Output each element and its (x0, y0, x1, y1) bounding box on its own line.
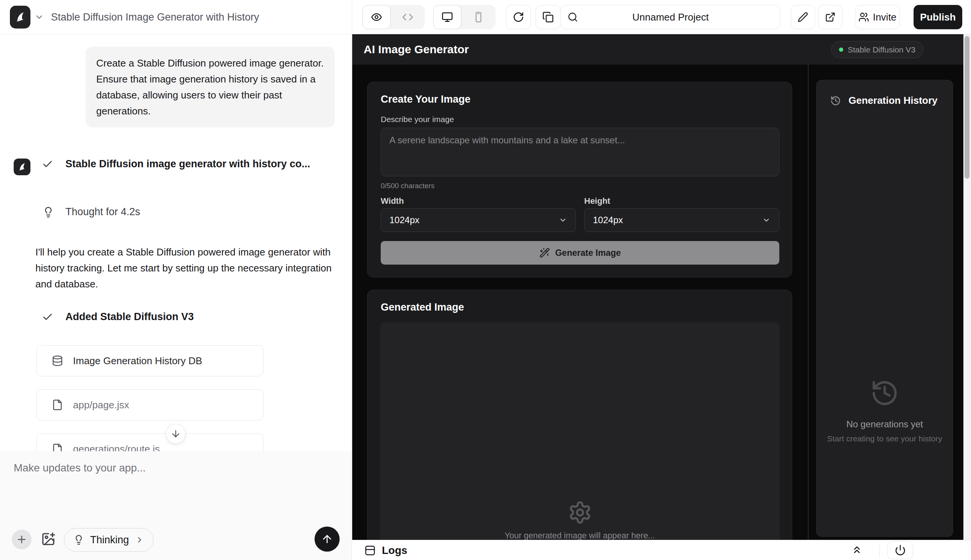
composer-input[interactable] (14, 462, 333, 530)
history-empty-state: No generations yet Start creating to see… (817, 379, 953, 443)
attach-button[interactable] (12, 530, 32, 549)
expand-logs-button[interactable] (851, 544, 863, 555)
power-button[interactable] (887, 541, 913, 559)
page-title: Stable Diffusion Image Generator with Hi… (51, 0, 259, 34)
external-link-icon (825, 12, 836, 22)
app-logo[interactable] (10, 6, 30, 28)
code-icon (402, 12, 414, 23)
height-label: Height (584, 196, 610, 206)
topbar-divider (352, 0, 352, 34)
view-mode-toggle (362, 5, 425, 29)
thinking-mode-button[interactable]: Thinking (64, 528, 153, 552)
history-header: Generation History (830, 95, 938, 107)
refresh-button[interactable] (506, 5, 531, 29)
invite-label: Invite (873, 12, 896, 23)
prompt-label: Describe your image (381, 115, 454, 124)
generation-history-panel: Generation History No generations yet St… (816, 80, 953, 537)
arrow-down-icon (170, 428, 181, 439)
mobile-view-button[interactable] (461, 5, 496, 29)
artifact-card-database[interactable]: Image Generation History DB (36, 345, 264, 377)
wand-sparkles-icon (539, 247, 550, 258)
open-external-button[interactable] (818, 5, 843, 29)
status-dot (839, 48, 843, 52)
chevron-down-icon[interactable] (34, 12, 44, 22)
refresh-icon (513, 12, 524, 23)
project-name: Unnamed Project (578, 12, 780, 23)
generated-empty-text: Your generated image will appear here... (380, 531, 780, 540)
chevron-down-icon (559, 216, 567, 224)
generate-image-button[interactable]: Generate Image (381, 241, 779, 265)
chevron-down-icon (762, 216, 771, 224)
desktop-view-button[interactable] (433, 5, 461, 29)
users-icon (858, 12, 869, 22)
pencil-icon (797, 12, 808, 22)
code-view-button[interactable] (390, 5, 425, 29)
user-message-bubble: Create a Stable Diffusion powered image … (85, 47, 335, 127)
added-label: Added Stable Diffusion V3 (65, 311, 194, 323)
height-value: 1024px (593, 215, 623, 225)
generated-card-title: Generated Image (381, 302, 464, 313)
project-url-bar[interactable]: Unnamed Project (560, 5, 780, 29)
image-plus-icon (41, 532, 55, 546)
chevrons-up-icon (851, 544, 863, 555)
height-select[interactable]: 1024px (584, 208, 779, 232)
prompt-input[interactable] (381, 128, 779, 177)
publish-label: Publish (920, 12, 956, 23)
app-preview-pane: AI Image Generator Stable Diffusion V3 C… (352, 34, 971, 540)
check-icon (42, 158, 53, 170)
logs-toggle[interactable]: Logs (364, 540, 407, 560)
thought-row[interactable]: Thought for 4.2s (43, 206, 140, 218)
generated-image-placeholder: Your generated image will appear here... (380, 322, 780, 540)
file-icon (52, 399, 63, 411)
top-bar: Stable Diffusion Image Generator with Hi… (0, 0, 971, 34)
history-icon (830, 95, 841, 106)
preview-app-title: AI Image Generator (364, 43, 469, 56)
task-status-row[interactable]: Stable Diffusion image generator with hi… (42, 158, 310, 170)
add-image-button[interactable] (41, 532, 55, 546)
width-label: Width (381, 196, 404, 206)
history-icon (870, 379, 899, 408)
gear-icon (568, 500, 592, 525)
smartphone-icon (473, 12, 484, 23)
monitor-icon (442, 12, 453, 23)
preview-app-header: AI Image Generator Stable Diffusion V3 (352, 34, 971, 65)
send-button[interactable] (315, 527, 340, 552)
panel-top-icon (364, 545, 376, 556)
lightbulb-icon (73, 535, 84, 545)
copy-icon (542, 12, 554, 23)
assistant-message: I'll help you create a Stable Diffusion … (35, 244, 333, 292)
invite-button[interactable]: Invite (855, 5, 900, 29)
model-badge-label: Stable Diffusion V3 (848, 45, 916, 54)
artifact-label: Image Generation History DB (73, 355, 202, 367)
model-status-badge: Stable Diffusion V3 (831, 41, 923, 58)
chat-panel: Create a Stable Diffusion powered image … (0, 34, 352, 560)
task-title: Stable Diffusion image generator with hi… (65, 158, 310, 170)
search-icon (567, 12, 578, 22)
thought-duration: Thought for 4.2s (65, 206, 140, 218)
copy-button[interactable] (536, 5, 561, 29)
scrollbar-thumb[interactable] (964, 36, 969, 179)
preview-scrollbar[interactable] (963, 34, 971, 540)
check-icon (42, 312, 53, 323)
width-select[interactable]: 1024px (381, 208, 576, 232)
thinking-label: Thinking (90, 534, 129, 546)
assistant-avatar (14, 158, 30, 175)
power-icon (894, 544, 906, 556)
generated-image-card: Generated Image Your generated image wil… (367, 290, 792, 540)
width-value: 1024px (389, 215, 419, 225)
create-image-card: Create Your Image Describe your image 0/… (367, 82, 792, 278)
create-card-title: Create Your Image (381, 93, 470, 105)
history-title: Generation History (849, 95, 938, 107)
preview-column-divider (808, 65, 809, 540)
preview-eye-button[interactable] (362, 5, 390, 29)
scroll-to-bottom-button[interactable] (166, 424, 185, 444)
artifact-label: app/page.jsx (73, 399, 129, 411)
generate-label: Generate Image (555, 248, 621, 258)
publish-button[interactable]: Publish (914, 5, 962, 29)
logs-bar[interactable]: Logs (352, 540, 971, 560)
added-integration-row: Added Stable Diffusion V3 (42, 311, 194, 323)
artifact-card-file[interactable]: app/page.jsx (36, 389, 264, 420)
eye-icon (371, 12, 382, 23)
edit-button[interactable] (791, 5, 815, 29)
logo-swoosh-icon (16, 161, 28, 173)
